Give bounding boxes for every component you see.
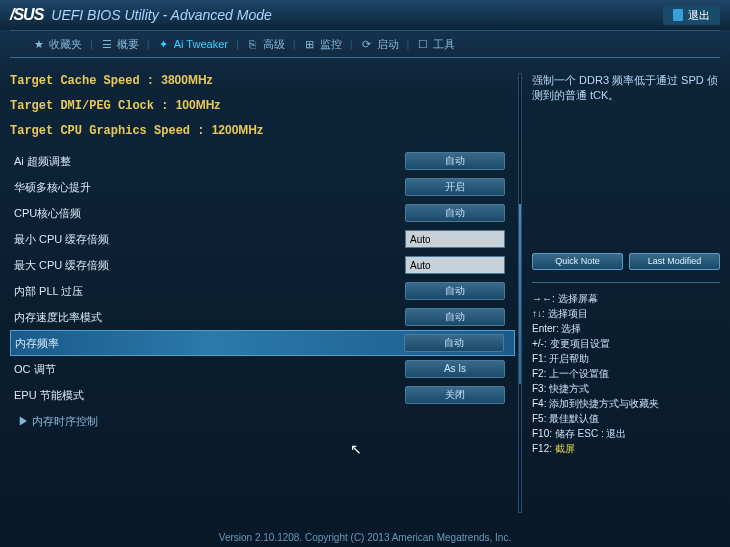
tab-icon: ☐	[417, 38, 429, 51]
tab-icon: ★	[33, 38, 45, 51]
app-title: UEFI BIOS Utility - Advanced Mode	[51, 7, 271, 23]
setting-value-select[interactable]: 自动	[405, 152, 505, 170]
setting-value-select[interactable]: 自动	[405, 204, 505, 222]
tab-启动[interactable]: ⟳启动	[353, 37, 407, 52]
hint-line: F4: 添加到快捷方式与收藏夹	[532, 396, 720, 411]
quick-row: Quick Note Last Modified	[532, 253, 720, 270]
last-modified-button[interactable]: Last Modified	[629, 253, 720, 270]
tab-icon: ⎘	[247, 38, 259, 50]
setting-row[interactable]: Ai 超频调整自动	[10, 148, 515, 174]
logo: /SUS	[10, 6, 43, 24]
setting-row[interactable]: EPU 节能模式关闭	[10, 382, 515, 408]
exit-label: 退出	[688, 8, 710, 23]
footer: Version 2.10.1208. Copyright (C) 2013 Am…	[0, 532, 730, 543]
tab-监控[interactable]: ⊞监控	[296, 37, 350, 52]
info-line: Target Cache Speed : 3800MHz	[10, 73, 515, 88]
setting-value-select[interactable]: 关闭	[405, 386, 505, 404]
hint-line: F2: 上一个设置值	[532, 366, 720, 381]
hint-line: F3: 快捷方式	[532, 381, 720, 396]
settings-panel: Target Cache Speed : 3800MHzTarget DMI/P…	[10, 73, 520, 513]
setting-row[interactable]: 内部 PLL 过压自动	[10, 278, 515, 304]
setting-label: EPU 节能模式	[14, 388, 405, 403]
hint-line: Enter: 选择	[532, 321, 720, 336]
tab-工具[interactable]: ☐工具	[409, 37, 463, 52]
setting-row[interactable]: 内存频率自动	[10, 330, 515, 356]
info-line: Target DMI/PEG Clock : 100MHz	[10, 98, 515, 113]
settings-list: Ai 超频调整自动华硕多核心提升开启CPU核心倍频自动最小 CPU 缓存倍频最大…	[10, 148, 515, 434]
setting-row[interactable]: 最小 CPU 缓存倍频	[10, 226, 515, 252]
hint-line: F5: 最佳默认值	[532, 411, 720, 426]
tab-收藏夹[interactable]: ★收藏夹	[25, 37, 90, 52]
tab-Ai Tweaker[interactable]: ✦Ai Tweaker	[150, 38, 236, 51]
setting-row[interactable]: 最大 CPU 缓存倍频	[10, 252, 515, 278]
setting-label: 内存频率	[15, 336, 404, 351]
header: /SUS UEFI BIOS Utility - Advanced Mode 退…	[0, 0, 730, 30]
info-line: Target CPU Graphics Speed : 1200MHz	[10, 123, 515, 138]
tab-label: 启动	[377, 37, 399, 52]
separator	[532, 282, 720, 283]
setting-label: 内部 PLL 过压	[14, 284, 405, 299]
mouse-cursor: ↖	[350, 441, 362, 457]
setting-row[interactable]: 内存速度比率模式自动	[10, 304, 515, 330]
tab-label: 高级	[263, 37, 285, 52]
expand-item[interactable]: ▶ 内存时序控制	[14, 414, 98, 429]
tab-label: 监控	[320, 37, 342, 52]
help-text: 强制一个 DDR3 频率低于通过 SPD 侦测到的普通 tCK。	[532, 73, 720, 103]
info-block: Target Cache Speed : 3800MHzTarget DMI/P…	[10, 73, 515, 138]
help-panel: 强制一个 DDR3 频率低于通过 SPD 侦测到的普通 tCK。 Quick N…	[520, 73, 720, 513]
tab-高级[interactable]: ⎘高级	[239, 37, 293, 52]
setting-value-input[interactable]	[405, 256, 505, 274]
setting-label: CPU核心倍频	[14, 206, 405, 221]
hint-line: ↑↓: 选择项目	[532, 306, 720, 321]
setting-value-select[interactable]: 开启	[405, 178, 505, 196]
tab-icon: ⟳	[361, 38, 373, 51]
tab-label: Ai Tweaker	[174, 38, 228, 50]
setting-value-select[interactable]: 自动	[405, 308, 505, 326]
hint-line: +/-: 变更项目设置	[532, 336, 720, 351]
setting-row[interactable]: CPU核心倍频自动	[10, 200, 515, 226]
tab-概要[interactable]: ☰概要	[93, 37, 147, 52]
tab-icon: ☰	[101, 38, 113, 51]
tab-label: 概要	[117, 37, 139, 52]
hint-line: F10: 储存 ESC : 退出	[532, 426, 720, 441]
setting-label: 最小 CPU 缓存倍频	[14, 232, 405, 247]
setting-value-select[interactable]: As Is	[405, 360, 505, 378]
setting-row[interactable]: 华硕多核心提升开启	[10, 174, 515, 200]
setting-label: OC 调节	[14, 362, 405, 377]
hint-line: F12: 截屏	[532, 441, 720, 456]
setting-row[interactable]: OC 调节As Is	[10, 356, 515, 382]
setting-label: 最大 CPU 缓存倍频	[14, 258, 405, 273]
setting-label: Ai 超频调整	[14, 154, 405, 169]
tab-label: 工具	[433, 37, 455, 52]
setting-label: 内存速度比率模式	[14, 310, 405, 325]
quick-note-button[interactable]: Quick Note	[532, 253, 623, 270]
setting-value-input[interactable]	[405, 230, 505, 248]
key-hints: →←: 选择屏幕↑↓: 选择项目Enter: 选择+/-: 变更项目设置F1: …	[532, 291, 720, 456]
exit-icon	[673, 9, 683, 21]
setting-row[interactable]: ▶ 内存时序控制	[10, 408, 515, 434]
setting-label: 华硕多核心提升	[14, 180, 405, 195]
setting-value-select[interactable]: 自动	[404, 334, 504, 352]
tab-icon: ✦	[158, 38, 170, 51]
tab-icon: ⊞	[304, 38, 316, 51]
hint-line: →←: 选择屏幕	[532, 291, 720, 306]
hint-line: F1: 开启帮助	[532, 351, 720, 366]
tabs: ★收藏夹|☰概要|✦Ai Tweaker|⎘高级|⊞监控|⟳启动|☐工具	[10, 30, 720, 58]
exit-button[interactable]: 退出	[663, 6, 720, 25]
main-area: Target Cache Speed : 3800MHzTarget DMI/P…	[0, 58, 730, 518]
setting-value-select[interactable]: 自动	[405, 282, 505, 300]
tab-label: 收藏夹	[49, 37, 82, 52]
